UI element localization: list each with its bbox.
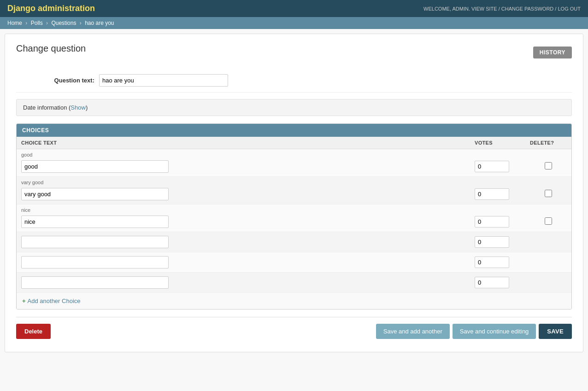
question-text-label: Question text:: [16, 77, 99, 84]
col-votes: VOTES: [470, 137, 525, 149]
votes-input-1[interactable]: [475, 188, 509, 200]
welcome-text: WELCOME,: [423, 6, 451, 12]
breadcrumb-home[interactable]: Home: [7, 20, 22, 26]
votes-input-3[interactable]: [475, 236, 509, 248]
page-inner: Change question HISTORY Question text: D…: [5, 34, 583, 352]
choice-label-1: vary good: [21, 180, 43, 185]
choice-text-input-2[interactable]: [21, 216, 169, 228]
add-another-label: Add another Choice: [28, 298, 81, 304]
breadcrumb-questions[interactable]: Questions: [51, 20, 76, 26]
plus-icon: +: [22, 298, 26, 304]
choice-text-input-0[interactable]: [21, 160, 169, 173]
choice-text-input-4[interactable]: [21, 256, 169, 268]
date-info-section: Date information (Show): [16, 99, 572, 116]
col-choice-text: CHOICE TEXT: [17, 137, 470, 149]
question-text-input[interactable]: [99, 74, 228, 87]
question-text-row: Question text:: [16, 69, 572, 93]
table-row: [17, 158, 571, 177]
delete-checkbox-1[interactable]: [545, 190, 552, 197]
save-continue-button[interactable]: Save and continue editing: [453, 324, 536, 339]
choice-text-input-3[interactable]: [21, 236, 169, 248]
header: Django administration WELCOME, ADMIN. VI…: [0, 0, 588, 17]
choices-header-row: CHOICE TEXT VOTES DELETE?: [17, 137, 571, 149]
breadcrumb: Home › Polls › Questions › hao are you: [0, 17, 588, 29]
choice-text-input-1[interactable]: [21, 188, 169, 200]
add-another-row: +Add another Choice: [17, 292, 571, 309]
log-out-link[interactable]: LOG OUT: [558, 6, 581, 12]
choice-text-input-5[interactable]: [21, 276, 169, 289]
choices-table: CHOICE TEXT VOTES DELETE? good: [17, 137, 571, 292]
choice-label-2: nice: [21, 207, 30, 213]
right-actions: Save and add another Save and continue e…: [376, 324, 572, 339]
save-add-another-button[interactable]: Save and add another: [376, 324, 450, 339]
history-button[interactable]: HISTORY: [533, 47, 572, 58]
user-tools: WELCOME, ADMIN. VIEW SITE / CHANGE PASSW…: [423, 6, 581, 12]
date-info-show-link[interactable]: Show: [71, 104, 86, 111]
breadcrumb-separator-3: ›: [80, 20, 82, 26]
view-site-link[interactable]: VIEW SITE: [471, 6, 497, 12]
delete-button[interactable]: Delete: [16, 324, 51, 339]
breadcrumb-separator-1: ›: [25, 20, 27, 26]
table-row: nice: [17, 204, 571, 214]
votes-input-4[interactable]: [475, 257, 509, 268]
choices-section: CHOICES CHOICE TEXT VOTES DELETE? good: [16, 123, 572, 309]
date-info-label: Date information: [23, 104, 67, 111]
breadcrumb-polls[interactable]: Polls: [31, 20, 43, 26]
page-title: Change question: [16, 43, 86, 54]
breadcrumb-current: hao are you: [85, 20, 114, 26]
delete-checkbox-0[interactable]: [545, 162, 552, 169]
add-another-choice-link[interactable]: +Add another Choice: [22, 298, 81, 304]
table-row: [17, 214, 571, 232]
left-actions: Delete: [16, 324, 51, 339]
page-wrapper: Change question HISTORY Question text: D…: [5, 34, 583, 352]
choice-label-0: good: [21, 152, 32, 158]
breadcrumb-separator-2: ›: [46, 20, 48, 26]
change-password-link[interactable]: CHANGE PASSWORD: [501, 6, 553, 12]
choices-title: CHOICES: [22, 127, 49, 134]
votes-input-5[interactable]: [475, 277, 509, 288]
choices-table-wrapper: CHOICE TEXT VOTES DELETE? good: [17, 137, 571, 292]
votes-input-2[interactable]: [475, 216, 509, 228]
choices-header: CHOICES: [17, 124, 571, 137]
table-row: vary good: [17, 177, 571, 187]
col-delete: DELETE?: [525, 137, 571, 149]
admin-name: ADMIN: [452, 6, 468, 12]
table-row: [17, 254, 571, 273]
table-row: [17, 234, 571, 252]
brand-title: Django administration: [7, 4, 95, 13]
choices-thead: CHOICE TEXT VOTES DELETE?: [17, 137, 571, 149]
votes-input-0[interactable]: [475, 161, 509, 172]
choices-tbody: good vary good: [17, 149, 571, 293]
save-button[interactable]: SAVE: [539, 324, 572, 339]
table-row: good: [17, 149, 571, 159]
table-row: [17, 186, 571, 204]
table-row: [17, 274, 571, 292]
submit-row: Delete Save and add another Save and con…: [16, 317, 572, 343]
delete-checkbox-2[interactable]: [545, 217, 552, 225]
